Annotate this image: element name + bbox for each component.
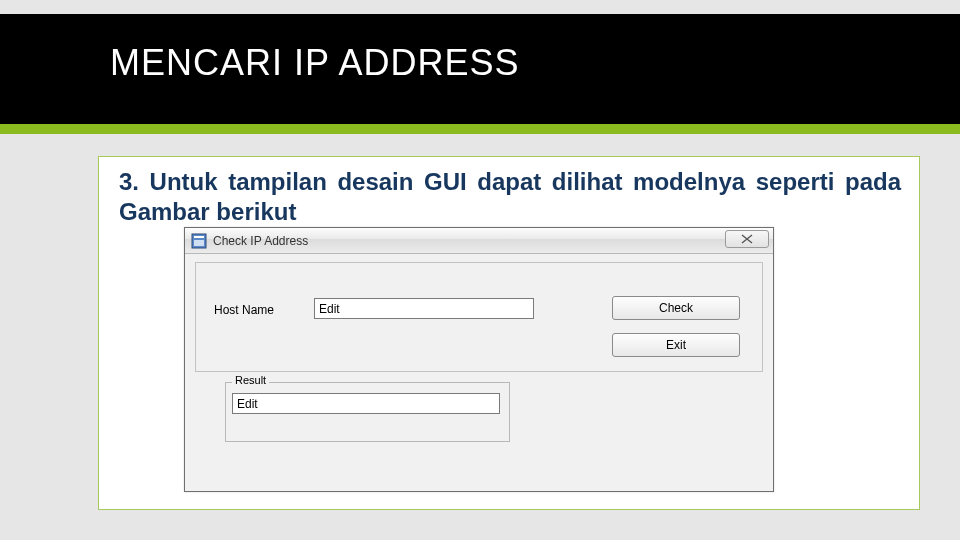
close-icon bbox=[741, 230, 753, 248]
host-name-input[interactable] bbox=[314, 298, 534, 319]
content-card: 3. Untuk tampilan desain GUI dapat dilih… bbox=[98, 156, 920, 510]
close-button[interactable] bbox=[725, 230, 769, 248]
window-title: Check IP Address bbox=[213, 234, 308, 248]
result-legend: Result bbox=[232, 374, 269, 386]
input-groupbox: Host Name Check Exit bbox=[195, 262, 763, 372]
svg-rect-2 bbox=[194, 240, 204, 246]
check-button[interactable]: Check bbox=[612, 296, 740, 320]
app-window: Check IP Address Host Name Check Exit Re… bbox=[184, 227, 774, 492]
page-title: MENCARI IP ADDRESS bbox=[110, 42, 519, 84]
header-band: MENCARI IP ADDRESS bbox=[0, 14, 960, 134]
titlebar: Check IP Address bbox=[185, 228, 773, 254]
svg-rect-1 bbox=[194, 236, 204, 238]
host-name-label: Host Name bbox=[214, 303, 274, 317]
exit-button[interactable]: Exit bbox=[612, 333, 740, 357]
result-input[interactable] bbox=[232, 393, 500, 414]
step-text: 3. Untuk tampilan desain GUI dapat dilih… bbox=[119, 167, 901, 227]
result-groupbox: Result bbox=[225, 382, 510, 442]
client-area: Host Name Check Exit Result bbox=[185, 254, 773, 491]
app-icon bbox=[191, 233, 207, 249]
